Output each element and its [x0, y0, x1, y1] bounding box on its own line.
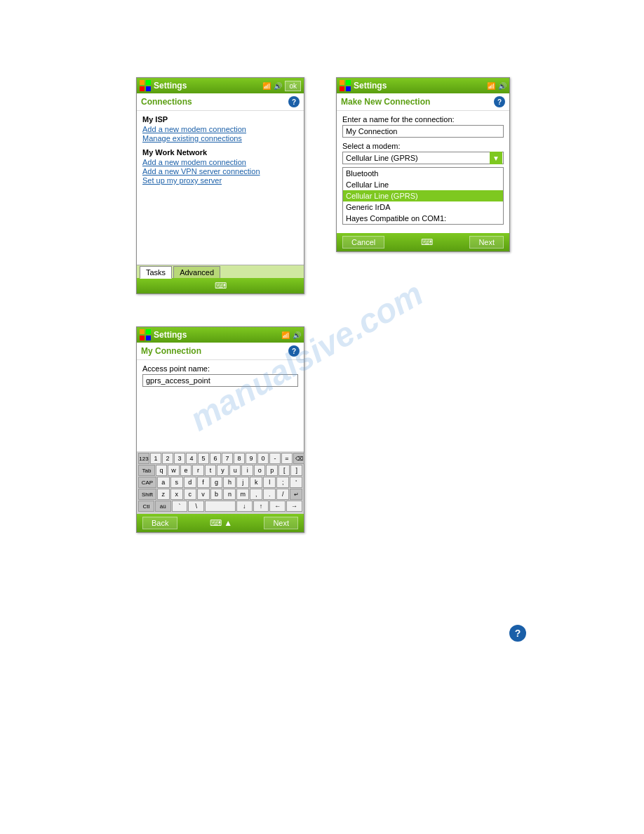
kb-key-semicolon[interactable]: ; [276, 477, 289, 488]
keyboard-icon2[interactable]: ⌨ [421, 237, 433, 247]
kb-key-q[interactable]: q [156, 465, 168, 476]
kb-key-t[interactable]: t [205, 465, 217, 476]
kb-key-h[interactable]: h [223, 477, 236, 488]
kb-key-left[interactable]: ← [269, 501, 286, 512]
help-icon[interactable]: ? [288, 96, 300, 107]
kb-key-backtick[interactable]: ` [172, 501, 188, 512]
kb-key-accents[interactable]: áü [155, 501, 171, 512]
kb-key-down[interactable]: ↓ [236, 501, 253, 512]
kb-key-enter[interactable]: ↵ [290, 489, 302, 500]
kb-key-u[interactable]: u [229, 465, 241, 476]
kb-key-0[interactable]: 0 [257, 453, 269, 464]
kb-key-slash[interactable]: / [276, 489, 289, 500]
kb-key-equals[interactable]: = [281, 453, 293, 464]
work-add-vpn-link[interactable]: Add a new VPN server connection [142, 167, 298, 176]
help-icon3[interactable]: ? [288, 345, 300, 357]
kb-key-minus[interactable]: - [269, 453, 281, 464]
kb-key-rbracket[interactable]: ] [290, 465, 302, 476]
kb-key-p[interactable]: p [266, 465, 278, 476]
signal-icon2: 📶 [487, 82, 495, 90]
kb-key-cap[interactable]: CAP [138, 477, 156, 488]
kb-key-y[interactable]: y [217, 465, 229, 476]
next-button2[interactable]: Next [264, 517, 298, 529]
kb-key-k[interactable]: k [250, 477, 262, 488]
modem-option-bluetooth[interactable]: Bluetooth [343, 168, 503, 179]
kb-key-x[interactable]: x [170, 489, 183, 500]
svg-rect-9 [146, 329, 151, 334]
kb-key-tab[interactable]: Tab [138, 465, 155, 476]
kb-key-3[interactable]: 3 [174, 453, 185, 464]
back-button[interactable]: Back [142, 517, 177, 529]
kb-key-4[interactable]: 4 [186, 453, 197, 464]
kb-key-shift[interactable]: Shift [138, 489, 156, 500]
kb-key-f[interactable]: f [197, 477, 210, 488]
isp-add-modem-link[interactable]: Add a new modem connection [142, 125, 298, 133]
modem-option-hayes[interactable]: Hayes Compatible on COM1: [343, 213, 503, 224]
work-proxy-link[interactable]: Set up my proxy server [142, 176, 298, 185]
kb-key-6[interactable]: 6 [210, 453, 221, 464]
kb-key-a[interactable]: a [157, 477, 170, 488]
kb-key-c[interactable]: c [184, 489, 196, 500]
kb-key-5[interactable]: 5 [198, 453, 209, 464]
help-icon2[interactable]: ? [494, 96, 505, 107]
kb-key-backspace[interactable]: ⌫ [293, 453, 304, 464]
screen3-section-header: My Connection ? [137, 343, 304, 360]
kb-key-9[interactable]: 9 [246, 453, 257, 464]
kb-key-e[interactable]: e [180, 465, 192, 476]
keyboard-icon3[interactable]: ⌨ ▲ [210, 518, 232, 528]
svg-rect-4 [340, 80, 344, 85]
screen2-title: Settings [354, 81, 487, 91]
keyboard-icon[interactable]: ⌨ [215, 281, 227, 291]
kb-key-z[interactable]: z [157, 489, 170, 500]
next-button[interactable]: Next [469, 236, 504, 249]
signal-icon3: 📶 [281, 331, 290, 339]
kb-key-period[interactable]: . [263, 489, 276, 500]
isp-manage-link[interactable]: Manage existing connections [142, 134, 298, 143]
ok-button[interactable]: ok [285, 81, 301, 91]
kb-key-m[interactable]: m [236, 489, 249, 500]
svg-rect-11 [146, 336, 151, 340]
kb-key-r[interactable]: r [192, 465, 204, 476]
kb-key-backslash[interactable]: \ [188, 501, 204, 512]
kb-key-1[interactable]: 1 [150, 453, 161, 464]
kb-key-j[interactable]: j [236, 477, 249, 488]
signal-icon: 📶 [262, 82, 271, 90]
content-spacer [137, 395, 304, 451]
kb-key-quote[interactable]: ' [290, 477, 302, 488]
kb-key-lbracket[interactable]: [ [279, 465, 290, 476]
tab-advanced[interactable]: Advanced [173, 266, 220, 278]
kb-key-n[interactable]: n [223, 489, 236, 500]
kb-key-o[interactable]: o [254, 465, 266, 476]
modem-option-cellular-gprs[interactable]: Cellular Line (GPRS) [343, 190, 503, 201]
kb-key-d[interactable]: d [184, 477, 196, 488]
modem-option-cellular[interactable]: Cellular Line [343, 179, 503, 190]
kb-key-l[interactable]: l [263, 477, 276, 488]
kb-key-v[interactable]: v [197, 489, 210, 500]
kb-key-right[interactable]: → [286, 501, 302, 512]
screen3-title-icons: 📶 🔊 [281, 331, 301, 339]
screen1-title: Settings [154, 81, 262, 91]
access-point-input[interactable] [142, 374, 298, 387]
kb-key-up[interactable]: ↑ [253, 501, 269, 512]
screen2-section-title: Make New Connection [341, 97, 430, 107]
kb-key-7[interactable]: 7 [222, 453, 233, 464]
standalone-help-icon[interactable]: ? [509, 625, 526, 642]
kb-key-b[interactable]: b [210, 489, 223, 500]
svg-rect-1 [146, 80, 151, 85]
kb-key-w[interactable]: w [168, 465, 180, 476]
kb-key-ctl[interactable]: Ctl [138, 501, 154, 512]
kb-key-i[interactable]: i [241, 465, 253, 476]
kb-key-123[interactable]: 123 [138, 453, 149, 464]
connection-name-input[interactable] [342, 125, 504, 138]
cancel-button[interactable]: Cancel [342, 236, 384, 249]
kb-key-2[interactable]: 2 [162, 453, 173, 464]
kb-key-comma[interactable]: , [250, 489, 262, 500]
work-add-modem-link[interactable]: Add a new modem connection [142, 158, 298, 166]
kb-key-s[interactable]: s [170, 477, 183, 488]
kb-key-space[interactable] [205, 501, 236, 512]
modem-option-irda[interactable]: Generic IrDA [343, 201, 503, 213]
kb-key-g[interactable]: g [210, 477, 223, 488]
modem-select[interactable]: Cellular Line (GPRS) Bluetooth Cellular … [342, 152, 504, 164]
kb-key-8[interactable]: 8 [234, 453, 245, 464]
tab-tasks[interactable]: Tasks [140, 266, 172, 279]
